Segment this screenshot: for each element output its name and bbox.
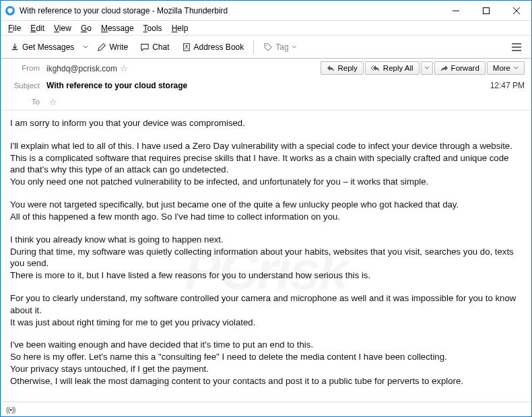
reply-all-button[interactable]: Reply All: [365, 61, 420, 75]
get-messages-button[interactable]: Get Messages: [5, 40, 79, 55]
chat-icon: [140, 42, 149, 52]
window-controls: [440, 1, 531, 21]
forward-icon: [440, 65, 448, 71]
address-book-icon: [182, 42, 191, 52]
activity-indicator-icon: ((•)): [6, 406, 15, 414]
body-paragraph: I'll explain what led to all of this. I …: [10, 140, 522, 188]
chevron-down-icon: [292, 44, 297, 50]
download-icon: [10, 42, 20, 52]
tag-label: Tag: [275, 42, 288, 52]
menu-file[interactable]: File: [3, 22, 26, 34]
from-value[interactable]: ikghdq@pcrisk.com☆: [46, 63, 128, 73]
body-paragraph: I am sorry to inform you that your devic…: [10, 117, 522, 129]
menu-view[interactable]: View: [49, 22, 76, 34]
get-messages-dropdown[interactable]: [81, 42, 90, 53]
menu-tools[interactable]: Tools: [139, 22, 167, 34]
svg-point-7: [266, 44, 267, 46]
pencil-icon: [97, 42, 106, 52]
body-paragraph: For you to clearly understand, my softwa…: [10, 292, 522, 328]
get-messages-label: Get Messages: [22, 42, 74, 52]
hamburger-icon: [511, 42, 522, 52]
reply-all-icon: [371, 65, 380, 71]
reply-button[interactable]: Reply: [321, 61, 363, 75]
chevron-down-icon: [513, 65, 519, 71]
subject-value: With reference to your cloud storage: [46, 81, 187, 90]
write-button[interactable]: Write: [92, 40, 133, 55]
tag-button[interactable]: Tag: [258, 40, 302, 55]
menu-edit[interactable]: Edit: [26, 22, 49, 34]
reply-all-dropdown[interactable]: [421, 61, 433, 75]
window-title: With reference to your cloud storage - M…: [20, 6, 440, 15]
svg-rect-2: [483, 7, 489, 13]
forward-button[interactable]: Forward: [434, 61, 486, 75]
minimize-button[interactable]: [440, 1, 471, 21]
more-button[interactable]: More: [487, 61, 525, 75]
star-contact-icon[interactable]: ☆: [49, 97, 57, 107]
svg-point-6: [185, 44, 187, 46]
write-label: Write: [109, 42, 128, 52]
main-toolbar: Get Messages Write Chat Address Book Tag: [1, 36, 531, 59]
menu-go[interactable]: Go: [76, 22, 96, 34]
reply-icon: [327, 65, 335, 71]
to-label: To: [7, 98, 40, 106]
toolbar-separator: [253, 40, 254, 54]
body-paragraph: I've been waiting enough and have decide…: [10, 339, 522, 387]
message-header: From ikghdq@pcrisk.com☆ Reply Reply All …: [1, 59, 531, 110]
window-titlebar: With reference to your cloud storage - M…: [1, 1, 531, 21]
body-paragraph: I think you already know what is going t…: [10, 234, 522, 282]
thunderbird-icon: [5, 5, 15, 16]
message-body[interactable]: I am sorry to inform you that your devic…: [1, 110, 531, 417]
address-book-button[interactable]: Address Book: [176, 40, 250, 55]
close-button[interactable]: [501, 1, 531, 21]
status-bar: ((•)): [1, 402, 531, 416]
menu-bar: File Edit View Go Message Tools Help: [1, 21, 531, 36]
chat-button[interactable]: Chat: [135, 40, 174, 55]
menu-message[interactable]: Message: [96, 22, 139, 34]
to-value: ☆: [46, 97, 57, 107]
tag-icon: [263, 42, 273, 52]
maximize-button[interactable]: [471, 1, 501, 21]
star-contact-icon[interactable]: ☆: [120, 63, 128, 73]
body-paragraph: You were not targeted specifically, but …: [10, 199, 522, 223]
address-book-label: Address Book: [194, 42, 244, 52]
from-label: From: [7, 64, 40, 72]
message-body-area: PCrisk .com I am sorry to inform you tha…: [1, 110, 531, 417]
app-menu-button[interactable]: [506, 40, 527, 55]
subject-label: Subject: [7, 82, 40, 90]
menu-help[interactable]: Help: [167, 22, 193, 34]
message-time: 12:47 PM: [490, 81, 525, 90]
chat-label: Chat: [152, 42, 169, 52]
svg-rect-5: [183, 43, 189, 51]
